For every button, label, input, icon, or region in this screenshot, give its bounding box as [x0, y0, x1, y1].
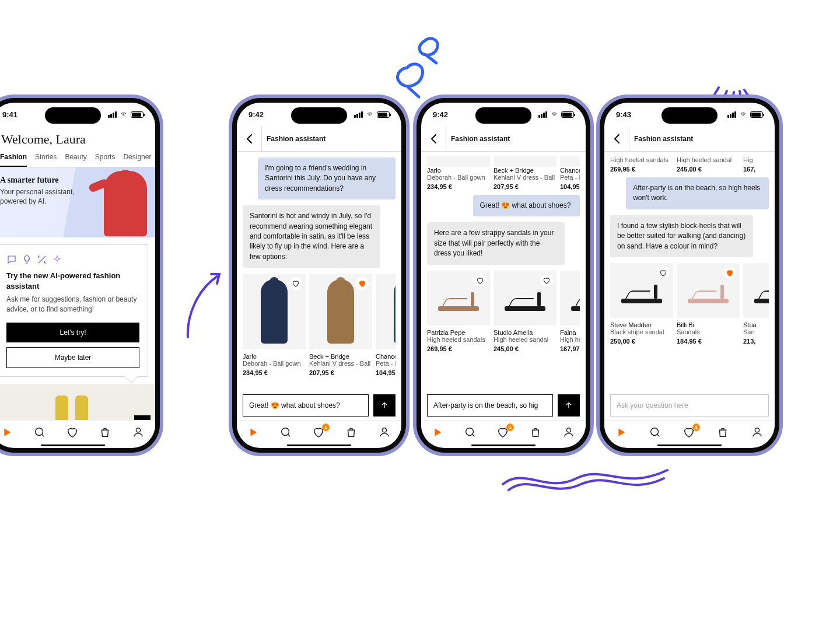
product-card[interactable]: Steve Madden Black stripe sandal 250,00 …	[610, 263, 673, 345]
chat-title: Fashion assistant	[451, 135, 510, 143]
product-card[interactable]: Patrizia Pepe High heeled sandals 269,95…	[427, 271, 490, 352]
tab-beauty[interactable]: Beauty	[65, 153, 86, 167]
tab-wishlist[interactable]: 1	[312, 426, 326, 440]
svg-point-5	[566, 428, 570, 432]
status-time: 9:42	[249, 110, 264, 119]
tab-bar	[0, 420, 155, 444]
tab-home[interactable]	[246, 426, 260, 440]
product-mini[interactable]: High heeled sandals 269,95 €	[610, 156, 673, 173]
product-card[interactable]: Beck + Bridge Kehlani V dress - Ball 207…	[309, 274, 372, 376]
ai-message: Here are a few strappy sandals in your s…	[427, 222, 565, 264]
back-icon[interactable]	[610, 132, 624, 146]
welcome-title: Welcome, Laura	[0, 126, 155, 149]
wifi-icon	[120, 111, 128, 117]
svg-point-0	[35, 428, 43, 435]
send-button[interactable]	[558, 394, 580, 416]
assistant-promo-card: Try the new AI-powered fashion assistant…	[0, 244, 148, 377]
product-mini[interactable]: Beck + Bridge Kehlani V dress - Ball 207…	[494, 156, 556, 190]
tab-stories[interactable]: Stories	[35, 153, 57, 167]
product-card[interactable]: Chancery Peta - Ball 104,95 €	[376, 274, 396, 376]
product-card[interactable]: Faina High heele 167,97 €	[560, 271, 580, 352]
tab-account[interactable]	[562, 426, 576, 440]
composer-input[interactable]: After-party is on the beach, so hig	[427, 394, 553, 416]
back-icon[interactable]	[427, 132, 441, 146]
product-mini[interactable]: High heeled sandal 245,00 €	[677, 156, 740, 173]
hero-banner[interactable]: A smarter future Your personal assistant…	[0, 167, 155, 237]
product-price: 207,95 €	[309, 369, 372, 376]
heart-icon[interactable]	[289, 277, 302, 290]
tab-designer[interactable]: Designer	[123, 153, 151, 167]
product-name: Deborah - Ball gown	[427, 174, 490, 181]
product-name: Hig	[743, 156, 769, 163]
lets-try-button[interactable]: Let's try!	[6, 323, 139, 342]
product-card[interactable]: Stua San 213,	[743, 263, 769, 345]
product-brand: Steve Madden	[610, 321, 673, 328]
product-brand: Jarlo	[427, 167, 490, 174]
product-mini[interactable]: Jarlo Deborah - Ball gown 234,95 €	[427, 156, 490, 190]
product-brand: Beck + Bridge	[494, 167, 556, 174]
product-card[interactable]: Jarlo Deborah - Ball gown 234,95 €	[243, 274, 306, 376]
composer-input[interactable]: Ask your question here	[610, 394, 769, 416]
product-row[interactable]: Patrizia Pepe High heeled sandals 269,95…	[427, 271, 580, 352]
svg-point-7	[755, 428, 759, 432]
maybe-later-button[interactable]: Maybe later	[6, 347, 139, 368]
heart-icon[interactable]	[723, 267, 736, 279]
user-message: I'm going to a friend's wedding in Santo…	[258, 158, 396, 200]
heart-icon[interactable]	[356, 277, 369, 290]
product-price: 234,95 €	[243, 369, 306, 376]
tab-bag[interactable]	[99, 426, 113, 440]
svg-point-4	[466, 428, 473, 435]
product-row[interactable]: Jarlo Deborah - Ball gown 234,95 € Beck …	[243, 274, 396, 376]
assistant-card-sub: Ask me for suggestions, fashion or beaut…	[6, 295, 139, 314]
tab-wishlist[interactable]: 1	[496, 426, 510, 440]
ai-message: Santorini is hot and windy in July, so I…	[243, 205, 380, 268]
chat-header: Fashion assistant	[421, 126, 586, 152]
tab-home[interactable]	[430, 426, 444, 440]
tab-wishlist[interactable]	[66, 426, 80, 440]
tab-bag[interactable]	[345, 426, 359, 440]
tab-bar: 1	[421, 420, 586, 444]
tab-home[interactable]	[0, 426, 14, 440]
tab-wishlist[interactable]: 2	[682, 426, 696, 440]
tab-account[interactable]	[132, 426, 146, 440]
product-mini[interactable]: Chancery Peta - Ball 104,95 €	[560, 156, 580, 190]
tab-search[interactable]	[464, 426, 478, 440]
product-price: 245,00 €	[677, 166, 740, 173]
tab-fashion[interactable]: Fashion	[0, 153, 27, 167]
heart-icon[interactable]	[474, 274, 487, 287]
card-pointer	[125, 370, 138, 383]
tab-account[interactable]	[751, 426, 765, 440]
back-icon[interactable]	[243, 132, 257, 146]
product-row-top[interactable]: Jarlo Deborah - Ball gown 234,95 € Beck …	[427, 156, 580, 190]
product-mini[interactable]: Hig 167,	[743, 156, 769, 173]
product-name: High heeled sandals	[427, 336, 490, 343]
composer-input[interactable]: Great! 😍 what about shoes?	[243, 394, 369, 416]
battery-icon	[377, 111, 390, 118]
product-row[interactable]: Steve Madden Black stripe sandal 250,00 …	[610, 263, 769, 345]
battery-icon	[131, 111, 144, 118]
tab-account[interactable]	[378, 426, 392, 440]
product-name: Kehlani V dress - Ball	[309, 360, 372, 367]
product-card[interactable]: Studio Amelia High heeled sandal 245,00 …	[494, 271, 556, 352]
tab-bag[interactable]	[529, 426, 543, 440]
tab-home[interactable]	[614, 426, 628, 440]
product-price: 184,95 €	[677, 338, 740, 345]
tab-search[interactable]	[649, 426, 663, 440]
user-message: Great! 😍 what about shoes?	[473, 195, 580, 216]
tab-bag[interactable]	[716, 426, 730, 440]
product-row-top[interactable]: High heeled sandals 269,95 € High heeled…	[610, 156, 769, 173]
phone-home: 9:41 Welcome, Laura Fashion Stories Beau…	[0, 94, 163, 456]
send-button[interactable]	[373, 394, 396, 416]
product-card[interactable]: Billi Bi Sandals 184,95 €	[677, 263, 740, 345]
heart-icon[interactable]	[657, 267, 670, 279]
tab-search[interactable]	[279, 426, 293, 440]
battery-icon	[750, 111, 763, 118]
product-brand: Chancery	[560, 167, 580, 174]
tab-search[interactable]	[33, 426, 47, 440]
tab-sports[interactable]: Sports	[95, 153, 116, 167]
tab-bar: 1	[237, 420, 401, 444]
phone-chat-2: 9:42 Fashion assistant Jarlo Deborah - B…	[413, 94, 594, 456]
arrow-doodle	[181, 268, 228, 344]
user-message: After-party is on the beach, so high hee…	[626, 177, 769, 209]
heart-icon[interactable]	[540, 274, 553, 287]
